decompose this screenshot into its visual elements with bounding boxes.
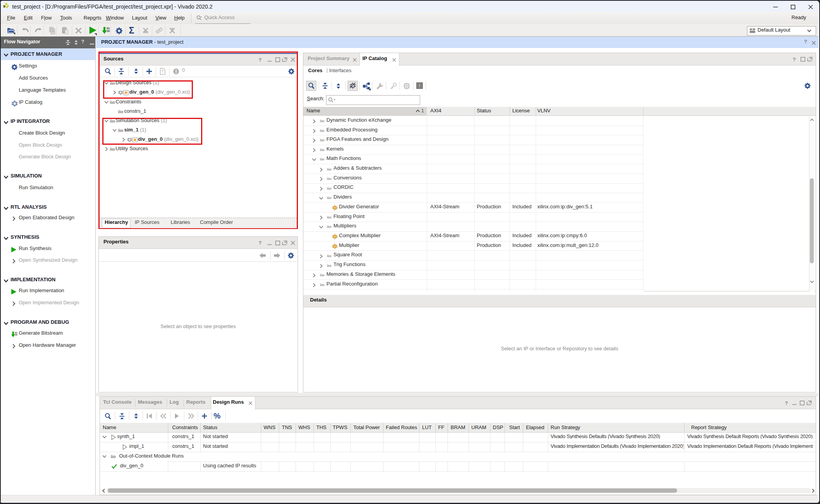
svg-text:?: ?	[161, 69, 164, 74]
svg-text:10: 10	[15, 334, 17, 336]
svg-text:01: 01	[107, 27, 110, 30]
svg-text:10: 10	[107, 30, 110, 32]
